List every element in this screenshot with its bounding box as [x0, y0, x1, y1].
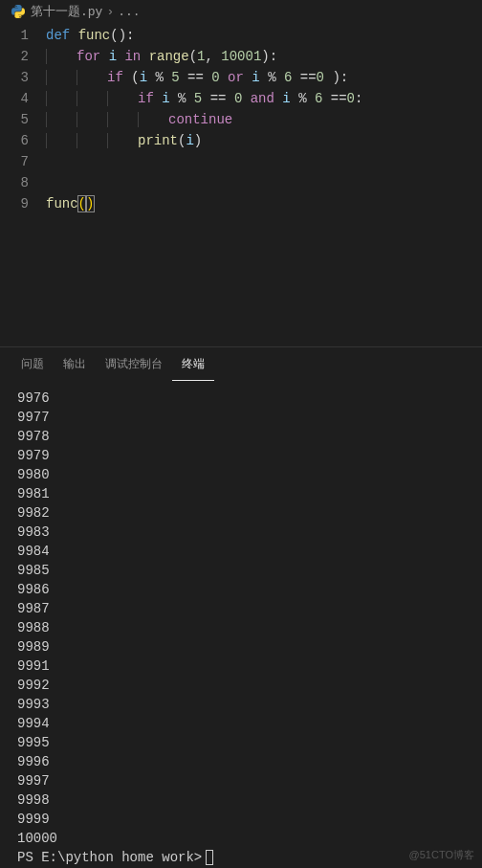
- terminal-line: 9980: [17, 465, 465, 484]
- line-number: 1: [0, 25, 29, 46]
- line-number: 3: [0, 67, 29, 88]
- line-number: 7: [0, 151, 29, 172]
- line-number: 8: [0, 172, 29, 193]
- code-line[interactable]: [46, 151, 482, 172]
- terminal-line: 9981: [17, 484, 465, 503]
- code-line[interactable]: [46, 172, 482, 193]
- tab-output[interactable]: 输出: [54, 348, 96, 380]
- code-line[interactable]: func(): [46, 193, 482, 214]
- terminal-line: 9997: [17, 771, 465, 790]
- breadcrumb-sep: ›: [106, 5, 114, 19]
- terminal-line: 9985: [17, 561, 465, 580]
- line-number: 5: [0, 109, 29, 130]
- terminal-line: 9978: [17, 427, 465, 446]
- terminal-line: 9999: [17, 810, 465, 829]
- terminal-line: 9991: [17, 657, 465, 676]
- terminal-line: 9993: [17, 695, 465, 714]
- terminal-line: 9977: [17, 408, 465, 427]
- python-icon: [11, 5, 25, 18]
- tab-terminal[interactable]: 终端: [172, 348, 214, 381]
- tab-debug[interactable]: 调试控制台: [96, 348, 172, 380]
- prompt-text: PS E:\python home work>: [17, 848, 202, 867]
- code-content[interactable]: def func(): for i in range(1, 10001): if…: [46, 25, 482, 214]
- line-number: 4: [0, 88, 29, 109]
- terminal-line: 9994: [17, 714, 465, 733]
- terminal-line: 9989: [17, 637, 465, 657]
- watermark: @51CTO博客: [409, 848, 474, 862]
- panel-tabs: 问题 输出 调试控制台 终端: [0, 347, 482, 381]
- bottom-panel: 问题 输出 调试控制台 终端 9976997799789979998099819…: [0, 346, 482, 868]
- line-gutter: 1 2 3 4 5 6 7 8 9: [0, 25, 46, 214]
- terminal-line: 9998: [17, 790, 465, 810]
- line-number: 6: [0, 130, 29, 151]
- terminal-line: 9987: [17, 599, 465, 618]
- breadcrumb-more[interactable]: ...: [118, 5, 140, 19]
- terminal-content[interactable]: 9976997799789979998099819982998399849985…: [0, 381, 482, 868]
- breadcrumb-file[interactable]: 第十一题.py: [31, 3, 102, 20]
- terminal-line: 10000: [17, 829, 465, 848]
- code-editor[interactable]: 1 2 3 4 5 6 7 8 9 def func(): for i in r…: [0, 23, 482, 214]
- terminal-line: 9996: [17, 752, 465, 771]
- line-number: 9: [0, 193, 29, 214]
- line-number: 2: [0, 46, 29, 67]
- breadcrumb[interactable]: 第十一题.py › ...: [0, 0, 482, 23]
- terminal-line: 9988: [17, 618, 465, 637]
- code-line[interactable]: def func():: [46, 25, 482, 46]
- code-line[interactable]: for i in range(1, 10001):: [46, 46, 482, 67]
- terminal-line: 9979: [17, 446, 465, 465]
- terminal-prompt[interactable]: PS E:\python home work>: [17, 848, 465, 867]
- code-line[interactable]: if (i % 5 == 0 or i % 6 ==0 ):: [46, 67, 482, 88]
- terminal-line: 9992: [17, 676, 465, 695]
- code-line[interactable]: continue: [46, 109, 482, 130]
- terminal-line: 9995: [17, 733, 465, 752]
- cursor-icon: [206, 850, 213, 865]
- terminal-line: 9984: [17, 542, 465, 561]
- tab-problems[interactable]: 问题: [11, 348, 54, 380]
- terminal-line: 9986: [17, 580, 465, 599]
- terminal-line: 9983: [17, 523, 465, 542]
- terminal-line: 9976: [17, 389, 465, 408]
- terminal-line: 9982: [17, 503, 465, 523]
- code-line[interactable]: if i % 5 == 0 and i % 6 ==0:: [46, 88, 482, 109]
- code-line[interactable]: print(i): [46, 130, 482, 151]
